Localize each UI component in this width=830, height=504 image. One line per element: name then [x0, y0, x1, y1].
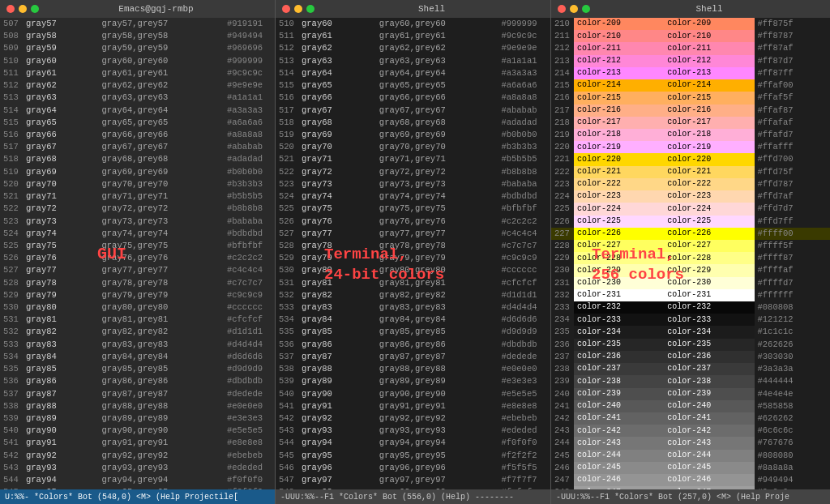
color-hex: #b0b0b0 [498, 129, 550, 141]
table-row: 237 color-236 color-236 #303030 [551, 351, 830, 363]
row-number: 223 [551, 178, 574, 190]
color-name: gray70 [298, 141, 376, 153]
row-number: 220 [551, 141, 574, 153]
row-number: 513 [276, 55, 298, 67]
row-number: 530 [276, 264, 298, 276]
row-number: 242 [551, 412, 574, 425]
color-name: gray59 [23, 42, 99, 54]
color-value: gray65,grey65 [376, 79, 498, 92]
color-name: gray67 [23, 141, 99, 153]
color-name: gray94 [23, 474, 99, 486]
color-hex: #b8b8b8 [224, 203, 275, 215]
table-row: 214 color-213 color-213 #ff87ff [551, 67, 830, 79]
color-value: gray73,grey73 [376, 178, 498, 190]
color-name-col: color-236 [574, 351, 664, 363]
color-name: gray97 [298, 474, 376, 486]
color-hex: #d6d6d6 [224, 351, 275, 363]
table-row: 223 color-222 color-222 #ffd787 [551, 178, 830, 190]
color-hex: #1c1c1c [755, 326, 831, 338]
color-name: gray61 [298, 30, 376, 42]
row-number: 247 [551, 474, 574, 486]
color-value: gray62,grey62 [376, 42, 498, 54]
color-name: gray58 [23, 30, 99, 42]
color-value: gray92,grey92 [376, 412, 498, 425]
color-value: gray77,grey77 [376, 228, 498, 240]
color-hex: #e8e8e8 [498, 400, 550, 412]
color-hex: #a3a3a3 [498, 67, 550, 79]
table-row: 239 color-238 color-238 #444444 [551, 375, 830, 387]
color-hex: #808080 [755, 450, 831, 462]
color-hex: #999999 [498, 18, 550, 30]
color-value: gray67,grey67 [99, 141, 224, 153]
table-row: 527 gray77 gray77,grey77 #c4c4c4 [0, 264, 275, 276]
color-value: gray77,grey77 [99, 264, 224, 276]
table-row: 226 color-225 color-225 #ffd7ff [551, 216, 830, 228]
table-row: 514 gray64 gray64,grey64 #a3a3a3 [276, 67, 550, 79]
color-value: gray71,grey71 [376, 153, 498, 165]
color-hex: #969696 [224, 42, 275, 54]
row-number: 529 [0, 289, 23, 301]
row-number: 520 [0, 178, 23, 190]
color-name-col: color-216 [574, 105, 664, 117]
table-row: 233 color-232 color-232 #080808 [551, 301, 830, 314]
color-name-col: color-223 [574, 190, 664, 203]
color-name-col2: color-231 [664, 289, 754, 301]
row-number: 511 [0, 67, 23, 79]
color-name-col: color-224 [574, 203, 664, 215]
minimize-button-s2[interactable] [570, 5, 578, 13]
close-button-s1[interactable] [282, 5, 290, 13]
color-name: gray71 [298, 153, 376, 165]
color-hex: #585858 [755, 400, 831, 412]
color-value: gray69,grey69 [99, 166, 224, 178]
minimize-button[interactable] [19, 5, 27, 13]
color-name: gray65 [23, 117, 99, 129]
color-name-col2: color-218 [664, 129, 754, 141]
color-value: gray64,grey64 [99, 105, 224, 117]
table-row: 241 color-240 color-240 #585858 [551, 400, 830, 412]
color-name: gray83 [298, 301, 376, 314]
row-number: 515 [276, 79, 298, 92]
shell1-titlebar: Shell [276, 0, 550, 18]
color-name: gray57 [23, 18, 99, 30]
minimize-button-s1[interactable] [294, 5, 302, 13]
shell2-titlebar: Shell [551, 0, 830, 18]
shell2-content[interactable]: Terminal, 256 colors 210 color-209 color… [551, 18, 830, 489]
emacs-status-bar: U:%%- *Colors* Bot (548,0) <M> (Help Pro… [0, 489, 275, 504]
row-number: 525 [0, 240, 23, 252]
color-name-col: color-225 [574, 216, 664, 228]
table-row: 528 gray78 gray78,grey78 #c7c7c7 [0, 277, 275, 289]
color-hex: #626262 [755, 412, 831, 425]
shell1-content[interactable]: Terminal, 24-bit colors 510 gray60 gray6… [276, 18, 550, 489]
color-name-col2: color-241 [664, 412, 754, 425]
emacs-scroll[interactable]: 507 gray57 gray57,grey57 #919191 508 gra… [0, 18, 275, 489]
maximize-button[interactable] [31, 5, 39, 13]
color-hex: #ffafaf [755, 117, 831, 129]
row-number: 547 [276, 474, 298, 486]
color-name: gray68 [23, 153, 99, 165]
emacs-title: Emacs@gqj-rmbp [44, 4, 268, 14]
row-number: 518 [276, 117, 298, 129]
maximize-button-s1[interactable] [306, 5, 314, 13]
row-number: 241 [551, 400, 574, 412]
table-row: 541 gray91 gray91,grey91 #e8e8e8 [0, 437, 275, 449]
row-number: 230 [551, 264, 574, 276]
row-number: 521 [0, 190, 23, 203]
row-number: 513 [0, 92, 23, 104]
color-name-col2: color-237 [664, 363, 754, 375]
color-value: gray89,grey89 [99, 412, 224, 425]
color-value: gray69,grey69 [376, 129, 498, 141]
maximize-button-s2[interactable] [582, 5, 590, 13]
color-name: gray85 [23, 363, 99, 375]
close-button-s2[interactable] [558, 5, 566, 13]
color-hex: #9c9c9c [498, 30, 550, 42]
color-name: gray86 [23, 375, 99, 387]
row-number: 546 [276, 462, 298, 474]
color-name-col2: color-220 [664, 153, 754, 165]
emacs-content[interactable]: GUI 507 gray57 gray57,grey57 #919191 508… [0, 18, 275, 489]
color-hex: #ededed [498, 425, 550, 437]
row-number: 539 [0, 412, 23, 425]
row-number: 527 [276, 228, 298, 240]
close-button[interactable] [6, 5, 15, 13]
table-row: 522 gray72 gray72,grey72 #b8b8b8 [276, 166, 550, 178]
table-row: 532 gray82 gray82,grey82 #d1d1d1 [0, 326, 275, 338]
